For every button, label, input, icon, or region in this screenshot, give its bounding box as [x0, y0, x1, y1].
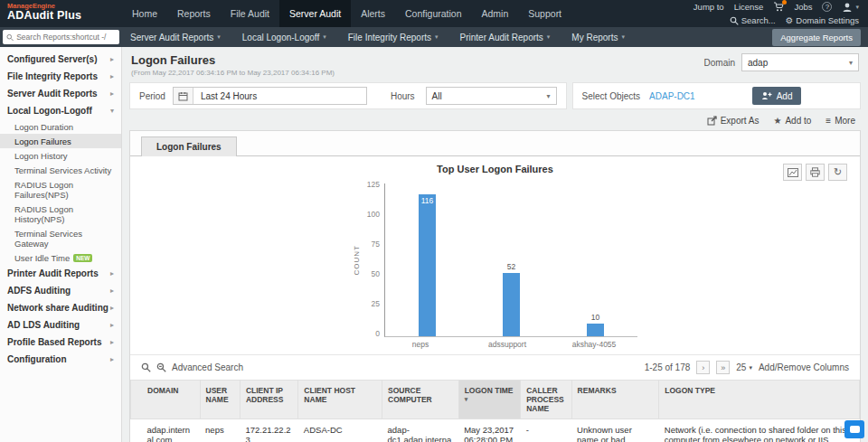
chart-section: Top User Logon Failures ↻ COUNT [130, 156, 860, 349]
export-icon [707, 116, 717, 126]
report-search-input[interactable] [16, 33, 116, 42]
menu-server-audit-reports[interactable]: Server Audit Reports▾ [119, 33, 231, 42]
sidebar-item-logon-duration[interactable]: Logon Duration [0, 119, 121, 134]
menu-local-logon-logoff[interactable]: Local Logon-Logoff▾ [231, 33, 337, 42]
add-to-button[interactable]: ★ Add to [773, 116, 811, 126]
nav-home[interactable]: Home [122, 0, 167, 27]
global-search-label: Search... [741, 15, 776, 25]
sidebar-item-network-share-auditing[interactable]: Network share Auditing▸ [0, 299, 121, 316]
x-axis-labels: neps adssupport akshay-4055 [377, 340, 637, 349]
bar [503, 273, 520, 336]
table-row: adap.internal.com neps 172.21.22.23 ADSA… [131, 419, 860, 442]
chevron-down-icon: ▾ [435, 33, 439, 41]
sidebar-item-printer-audit-reports[interactable]: Printer Audit Reports▸ [0, 265, 121, 282]
sidebar-item-terminal-services-gateway[interactable]: Terminal Services Gateway [0, 226, 121, 250]
jump-to-link[interactable]: Jump to [693, 2, 724, 12]
chevron-down-icon: ▾ [855, 4, 859, 11]
nav-support[interactable]: Support [518, 0, 571, 27]
last-page-button[interactable]: » [716, 361, 730, 374]
col-logon-time[interactable]: LOGON TIME ▾ [458, 381, 521, 419]
report-search-box[interactable] [3, 30, 119, 44]
sidebar-item-ad-lds-auditing[interactable]: AD LDS Auditing▸ [0, 316, 121, 334]
nav-alerts[interactable]: Alerts [351, 0, 395, 27]
selected-object-link[interactable]: ADAP-DC1 [649, 91, 695, 101]
user-menu[interactable]: ▾ [842, 2, 859, 13]
help-icon[interactable]: ? [822, 2, 832, 12]
sidebar-item-adfs-auditing[interactable]: ADFS Auditing▸ [0, 282, 121, 299]
sidebar-item-logon-history[interactable]: Logon History [0, 148, 121, 163]
export-as-button[interactable]: Export As [707, 116, 760, 126]
sidebar-item-configured-servers[interactable]: Configured Server(s)▸ [0, 51, 121, 68]
col-client-host[interactable]: CLIENT HOST NAME [298, 381, 382, 419]
calendar-icon[interactable] [174, 88, 193, 104]
bar-adssupport: 52 [480, 183, 543, 336]
pagination-range: 1-25 of 178 [645, 362, 691, 372]
chevron-down-icon: ▾ [547, 33, 551, 41]
col-caller-process[interactable]: CALLER PROCESS NAME [521, 381, 571, 419]
more-button[interactable]: ≡ More [826, 116, 855, 126]
select-objects-label: Select Objects [582, 91, 640, 101]
menu-my-reports[interactable]: My Reports▾ [561, 33, 636, 42]
chevron-right-icon: ▸ [110, 338, 114, 346]
chevron-right-icon: ▸ [110, 89, 114, 98]
col-source-computer[interactable]: SOURCE COMPUTER [382, 381, 459, 419]
nav-server-audit[interactable]: Server Audit [279, 0, 351, 27]
chevron-down-icon: ▾ [547, 92, 551, 100]
jobs-link[interactable]: Jobs [794, 2, 812, 12]
menu-printer-audit-reports[interactable]: Printer Audit Reports▾ [449, 33, 561, 42]
aggregate-reports-button[interactable]: Aggregate Reports [772, 29, 861, 46]
col-domain[interactable]: DOMAIN [131, 381, 201, 419]
tab-logon-failures[interactable]: Logon Failures [141, 136, 237, 156]
support-chat-button[interactable] [844, 420, 864, 438]
bar-value-label: 116 [421, 196, 434, 205]
page-size-select[interactable]: 25 ▾ [736, 362, 752, 372]
sidebar-item-configuration[interactable]: Configuration▸ [0, 351, 121, 368]
col-user-name[interactable]: USER NAME [200, 381, 240, 419]
sidebar-item-terminal-services-activity[interactable]: Terminal Services Activity [0, 163, 121, 177]
period-input[interactable]: Last 24 Hours [173, 87, 367, 105]
sidebar-item-profile-based-reports[interactable]: Profile Based Reports▸ [0, 334, 121, 351]
global-search[interactable]: Search... [730, 15, 776, 25]
sidebar-item-file-integrity-reports[interactable]: File Integrity Reports▸ [0, 68, 121, 85]
store-cart-icon[interactable] [773, 2, 784, 12]
main-nav: Home Reports File Audit Server Audit Ale… [122, 0, 571, 27]
domain-select[interactable]: adap ▾ [741, 53, 859, 71]
nav-reports[interactable]: Reports [167, 0, 221, 27]
domain-settings-button[interactable]: ⚙ Domain Settings [786, 15, 859, 25]
next-page-button[interactable]: › [696, 361, 710, 374]
col-logon-type[interactable]: LOGON TYPE [659, 381, 860, 419]
chat-icon [850, 426, 860, 433]
bar-value-label: 52 [507, 262, 515, 271]
sidebar-item-user-idle-time[interactable]: User Idle Time NEW [0, 250, 121, 265]
add-remove-columns-link[interactable]: Add/Remove Columns [759, 362, 849, 372]
report-date-range: (From May 22,2017 06:34:16 PM to May 23,… [131, 69, 335, 77]
report-sub-nav: Server Audit Reports▾ Local Logon-Logoff… [0, 27, 868, 47]
y-axis-label: COUNT [353, 245, 361, 275]
star-icon: ★ [773, 116, 781, 126]
nav-file-audit[interactable]: File Audit [221, 0, 279, 27]
col-remarks[interactable]: REMARKS [571, 381, 659, 419]
sidebar-item-local-logon-logoff[interactable]: Local Logon-Logoff▾ [0, 102, 121, 119]
chevron-down-icon: ▾ [323, 33, 326, 41]
sidebar-item-radius-logon-failures[interactable]: RADIUS Logon Failures(NPS) [0, 177, 121, 202]
hours-select[interactable]: All ▾ [426, 87, 557, 105]
cart-notification-dot [782, 0, 787, 5]
sidebar-item-radius-logon-history[interactable]: RADIUS Logon History(NPS) [0, 202, 121, 226]
y-axis-ticks: 125 100 75 50 25 0 [363, 180, 384, 339]
sidebar-item-server-audit-reports[interactable]: Server Audit Reports▸ [0, 85, 121, 102]
menu-file-integrity-reports[interactable]: File Integrity Reports▾ [337, 33, 449, 42]
sidebar-item-logon-failures[interactable]: Logon Failures [0, 134, 121, 148]
topbar-right: Jump to License Jobs ? ▾ Search... ⚙ Dom… [693, 0, 868, 27]
nav-configuration[interactable]: Configuration [395, 0, 471, 27]
search-icon [141, 362, 151, 372]
page-title: Logon Failures [131, 53, 335, 67]
bar-value-label: 10 [591, 313, 599, 322]
print-chart-icon[interactable] [806, 164, 825, 181]
col-client-ip[interactable]: CLIENT IP ADDRESS [240, 381, 297, 419]
license-link[interactable]: License [734, 2, 764, 12]
export-chart-icon[interactable] [783, 164, 802, 181]
nav-admin[interactable]: Admin [472, 0, 519, 27]
advanced-search-link[interactable]: Advanced Search [172, 362, 243, 372]
refresh-chart-icon[interactable]: ↻ [828, 164, 847, 181]
add-object-button[interactable]: Add [752, 87, 802, 105]
